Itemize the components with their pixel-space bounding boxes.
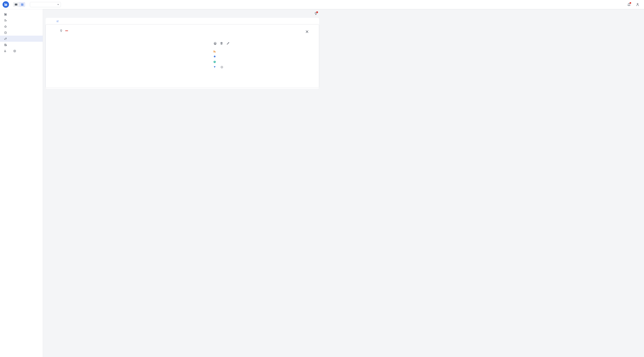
insights-count-badge — [65, 30, 68, 31]
insights-alert-dot — [316, 11, 318, 13]
app-logo[interactable] — [2, 1, 9, 8]
pencil-icon — [226, 42, 230, 45]
sidebar-item-my-groups[interactable] — [0, 48, 43, 54]
list-view-button[interactable] — [19, 2, 25, 7]
delete-button[interactable] — [220, 41, 223, 45]
info-icon[interactable] — [220, 66, 223, 68]
bar-chart-icon — [4, 13, 7, 16]
star-icon — [4, 25, 7, 28]
sidebar-item-all[interactable] — [0, 11, 43, 17]
kpi-table: A Z — [46, 18, 319, 89]
person-edit-icon — [4, 19, 7, 22]
close-details-button[interactable] — [305, 30, 309, 33]
library-books-icon — [4, 3, 8, 6]
meta-updated — [213, 60, 314, 63]
table-header: A Z — [46, 18, 319, 24]
subscriptions-icon — [4, 43, 7, 46]
sidebar-item-subscriptions[interactable] — [0, 42, 43, 48]
groups-icon — [4, 49, 7, 52]
svg-text:Z: Z — [58, 21, 58, 22]
dataset-button[interactable] — [213, 41, 217, 45]
view-toggle — [13, 2, 25, 7]
sort-az-icon[interactable]: A Z — [56, 20, 59, 22]
topbar — [0, 0, 322, 9]
meta-source-dataset — [213, 55, 314, 58]
sidebar-item-favorites[interactable] — [0, 23, 43, 29]
add-group-button[interactable] — [13, 49, 16, 52]
edit-button[interactable] — [226, 41, 230, 45]
sidebar — [0, 9, 43, 178]
kpi-details-panel — [46, 24, 319, 88]
sort-by-select[interactable] — [30, 2, 61, 7]
sidebar-item-my-content[interactable] — [0, 17, 43, 23]
insights-summary-button[interactable] — [314, 11, 318, 16]
meta-filters — [213, 66, 314, 68]
clock-icon — [4, 31, 7, 34]
grid-view-icon — [14, 3, 18, 6]
sidebar-item-insights[interactable] — [0, 36, 43, 42]
dataset-blue-icon — [213, 55, 216, 58]
list-view-icon — [21, 3, 24, 6]
tab-insights[interactable] — [60, 29, 68, 34]
lightbulb-icon — [60, 29, 63, 32]
svg-text:A: A — [58, 20, 59, 21]
plus-circle-icon — [13, 49, 16, 52]
sidebar-item-recents[interactable] — [0, 29, 43, 36]
bar-chart-orange-icon — [213, 50, 216, 53]
grid-view-button[interactable] — [13, 2, 19, 7]
close-icon — [305, 30, 309, 33]
meta-kpi-type — [213, 50, 314, 53]
insights-icon — [4, 37, 7, 40]
filter-icon — [213, 66, 216, 68]
clock-teal-icon — [213, 60, 216, 63]
trash-icon — [220, 42, 223, 45]
dataset-icon — [214, 42, 217, 45]
